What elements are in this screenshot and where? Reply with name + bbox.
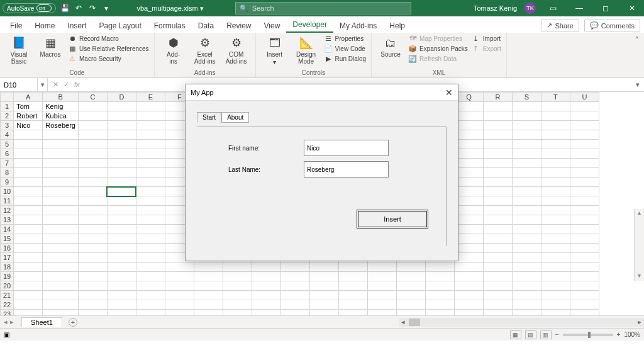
- cell-Q17[interactable]: [454, 253, 483, 262]
- hscroll-right-icon[interactable]: ▸: [635, 318, 644, 326]
- cell-S5[interactable]: [512, 140, 541, 149]
- cell-B9[interactable]: [43, 178, 79, 187]
- com-addins-button[interactable]: ⚙COM Add-ins: [223, 34, 250, 65]
- cell-B19[interactable]: [43, 272, 79, 281]
- cell-E21[interactable]: [136, 291, 165, 300]
- cell-20[interactable]: [252, 281, 280, 291]
- fx-icon[interactable]: fx: [74, 81, 80, 89]
- tab-formulas[interactable]: Formulas: [148, 19, 192, 33]
- visual-basic-button[interactable]: 📘Visual Basic: [5, 34, 33, 65]
- cell-U13[interactable]: [570, 215, 599, 225]
- cell-23[interactable]: [252, 310, 280, 316]
- cell-B7[interactable]: [43, 159, 79, 168]
- cell-D15[interactable]: [107, 234, 136, 244]
- cell-U10[interactable]: [570, 187, 599, 196]
- cell-23[interactable]: [280, 310, 309, 316]
- cell-B3[interactable]: Roseberg: [43, 121, 79, 130]
- excel-addins-button[interactable]: ⚙Excel Add-ins: [191, 34, 219, 65]
- cell-19[interactable]: [280, 272, 309, 281]
- row-header-5[interactable]: 5: [1, 140, 14, 149]
- cell-S3[interactable]: [512, 121, 541, 130]
- cell-Q20[interactable]: [454, 281, 483, 291]
- scroll-down-icon[interactable]: ▾: [635, 272, 644, 281]
- undo-icon[interactable]: ↶: [74, 3, 84, 13]
- column-header-S[interactable]: S: [512, 93, 541, 102]
- cell-F20[interactable]: [165, 281, 194, 291]
- cell-A10[interactable]: [14, 187, 43, 196]
- cell-22[interactable]: [223, 300, 252, 310]
- cell-S7[interactable]: [512, 159, 541, 168]
- cell-P21[interactable]: [425, 291, 454, 300]
- window-maximize-icon[interactable]: ◻: [596, 2, 615, 14]
- cell-B22[interactable]: [43, 300, 79, 310]
- cell-B17[interactable]: [43, 253, 79, 262]
- cell-R14[interactable]: [483, 225, 512, 234]
- cell-D11[interactable]: [107, 196, 136, 206]
- cell-S4[interactable]: [512, 130, 541, 140]
- sheet-prev-icon[interactable]: ◂: [4, 318, 8, 326]
- cell-T11[interactable]: [541, 196, 570, 206]
- cell-S6[interactable]: [512, 149, 541, 159]
- cell-T7[interactable]: [541, 159, 570, 168]
- cell-T18[interactable]: [541, 262, 570, 272]
- cell-23[interactable]: [223, 310, 252, 316]
- xml-source-button[interactable]: 🗂Source: [377, 34, 404, 58]
- cell-19[interactable]: [396, 272, 425, 281]
- cell-D20[interactable]: [107, 281, 136, 291]
- cell-T3[interactable]: [541, 121, 570, 130]
- row-header-17[interactable]: 17: [1, 253, 14, 262]
- window-close-icon[interactable]: ✕: [623, 2, 641, 14]
- cell-21[interactable]: [252, 291, 280, 300]
- cell-E3[interactable]: [136, 121, 165, 130]
- cell-D2[interactable]: [107, 111, 136, 121]
- cell-23[interactable]: [194, 310, 223, 316]
- cell-D7[interactable]: [107, 159, 136, 168]
- cell-Q23[interactable]: [454, 310, 483, 316]
- cell-U7[interactable]: [570, 159, 599, 168]
- cell-R22[interactable]: [483, 300, 512, 310]
- cell-21[interactable]: [223, 291, 252, 300]
- cell-23[interactable]: [396, 310, 425, 316]
- cell-C22[interactable]: [78, 300, 107, 310]
- cell-E7[interactable]: [136, 159, 165, 168]
- cell-U1[interactable]: [570, 102, 599, 111]
- cell-22[interactable]: [194, 300, 223, 310]
- cell-22[interactable]: [309, 300, 338, 310]
- properties-button[interactable]: ☰Properties: [324, 34, 366, 43]
- row-header-20[interactable]: 20: [1, 281, 14, 291]
- cell-C8[interactable]: [78, 168, 107, 178]
- row-header-21[interactable]: 21: [1, 291, 14, 300]
- dialog-close-icon[interactable]: ✕: [445, 88, 453, 98]
- cell-B23[interactable]: [43, 310, 79, 316]
- tab-about[interactable]: About: [221, 112, 249, 123]
- cell-R3[interactable]: [483, 121, 512, 130]
- tab-view[interactable]: View: [258, 19, 287, 33]
- cell-21[interactable]: [338, 291, 367, 300]
- cell-A7[interactable]: [14, 159, 43, 168]
- user-avatar[interactable]: TK: [525, 3, 536, 14]
- cell-U6[interactable]: [570, 149, 599, 159]
- row-header-14[interactable]: 14: [1, 225, 14, 234]
- vertical-scrollbar[interactable]: ▴ ▾: [634, 209, 644, 281]
- expansion-packs-button[interactable]: 📦Expansion Packs: [408, 44, 468, 53]
- cell-E22[interactable]: [136, 300, 165, 310]
- cell-U14[interactable]: [570, 225, 599, 234]
- cell-C7[interactable]: [78, 159, 107, 168]
- macro-security-button[interactable]: ⚠Macro Security: [68, 54, 149, 63]
- column-header-T[interactable]: T: [541, 93, 570, 102]
- cell-D10[interactable]: [107, 187, 136, 196]
- tab-help[interactable]: Help: [383, 19, 411, 33]
- row-header-8[interactable]: 8: [1, 168, 14, 178]
- cell-20[interactable]: [396, 281, 425, 291]
- ribbon-display-icon[interactable]: ▭: [543, 2, 562, 14]
- cell-E16[interactable]: [136, 244, 165, 253]
- comments-button[interactable]: 💬Comments: [584, 20, 640, 31]
- insert-control-button[interactable]: 🗔Insert▾: [261, 34, 289, 65]
- column-header-D[interactable]: D: [107, 93, 136, 102]
- column-header-E[interactable]: E: [136, 93, 165, 102]
- column-header-A[interactable]: A: [14, 93, 43, 102]
- cell-E5[interactable]: [136, 140, 165, 149]
- row-header-9[interactable]: 9: [1, 178, 14, 187]
- cell-S12[interactable]: [512, 206, 541, 215]
- column-header-B[interactable]: B: [43, 93, 79, 102]
